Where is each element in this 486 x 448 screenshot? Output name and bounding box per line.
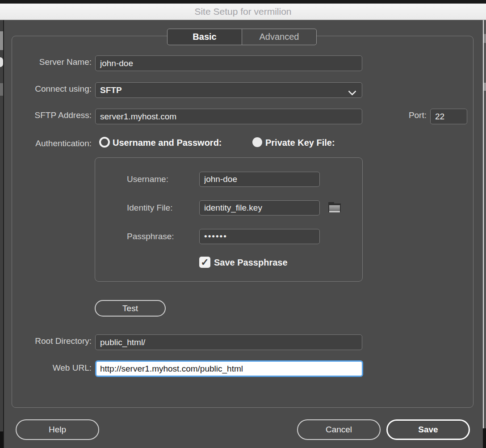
sftp-address-input[interactable]: [95, 109, 362, 124]
background-artifact: [0, 57, 3, 67]
background-artifact: [484, 34, 486, 43]
folder-icon[interactable]: [328, 201, 341, 214]
background-artifact: [484, 83, 486, 91]
connect-using-value: SFTP: [100, 85, 122, 95]
identity-file-label: Identity File:: [127, 203, 198, 213]
background-artifact: [0, 31, 3, 50]
background-artifact: [483, 428, 486, 448]
save-button-label: Save: [418, 425, 438, 435]
connect-using-dropdown[interactable]: SFTP: [95, 82, 362, 98]
radio-username-password-label: Username and Password:: [113, 138, 222, 148]
root-directory-label: Root Directory:: [9, 336, 92, 346]
tab-advanced-label: Advanced: [260, 32, 299, 42]
radio-username-password[interactable]: [99, 137, 110, 148]
tab-advanced[interactable]: Advanced: [242, 29, 317, 45]
connect-using-label: Connect using:: [9, 84, 92, 94]
identity-file-input[interactable]: [199, 200, 320, 216]
test-button[interactable]: Test: [95, 300, 166, 317]
sftp-address-label: SFTP Address:: [9, 110, 92, 120]
root-directory-input[interactable]: [95, 334, 362, 350]
username-input[interactable]: [199, 172, 320, 187]
port-input[interactable]: [430, 109, 467, 124]
save-passphrase-label: Save Passphrase: [214, 258, 288, 268]
dialog-left-edge: [3, 20, 4, 448]
background-app-edge-right: [484, 20, 486, 428]
background-artifact: [0, 83, 3, 96]
passphrase-input[interactable]: [199, 229, 320, 244]
chevron-down-icon: [349, 89, 355, 94]
dialog-title: Site Setup for vermilion: [194, 6, 291, 17]
app-background-bar: [0, 0, 486, 4]
passphrase-label: Passphrase:: [127, 232, 198, 241]
cancel-button[interactable]: Cancel: [297, 419, 381, 440]
help-button[interactable]: Help: [16, 419, 99, 440]
port-label: Port:: [391, 110, 427, 120]
dialog-titlebar[interactable]: Site Setup for vermilion: [0, 4, 486, 20]
web-url-label: Web URL:: [9, 363, 92, 373]
radio-private-key-file[interactable]: [252, 137, 262, 147]
help-button-label: Help: [49, 425, 66, 435]
server-name-label: Server Name:: [9, 57, 92, 67]
tab-basic[interactable]: Basic: [167, 29, 242, 45]
web-url-input[interactable]: [95, 360, 363, 377]
save-passphrase-checkbox[interactable]: ✓: [199, 257, 210, 268]
tab-basic-label: Basic: [193, 32, 216, 42]
test-button-label: Test: [122, 304, 138, 313]
radio-private-key-file-label: Private Key File:: [265, 138, 335, 148]
background-artifact: [0, 431, 3, 448]
username-label: Username:: [127, 174, 194, 184]
authentication-label: Authentication:: [9, 139, 92, 148]
checkmark-icon: ✓: [201, 258, 209, 267]
server-name-input[interactable]: [95, 55, 362, 71]
save-button[interactable]: Save: [386, 419, 470, 440]
cancel-button-label: Cancel: [326, 425, 352, 435]
